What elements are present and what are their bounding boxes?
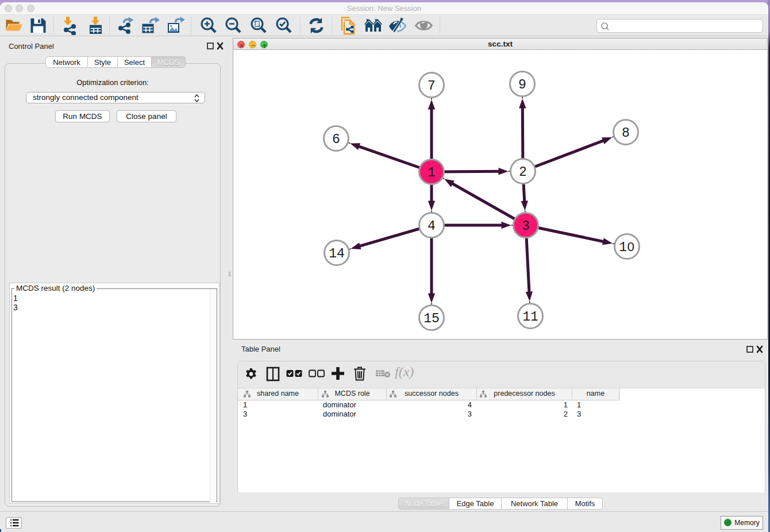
svg-text:11: 11	[522, 310, 538, 325]
svg-text:9: 9	[518, 78, 526, 92]
svg-text:15: 15	[424, 311, 440, 326]
svg-text:7: 7	[428, 79, 436, 94]
svg-text:6: 6	[332, 132, 340, 147]
svg-text:14: 14	[329, 246, 345, 261]
svg-text:8: 8	[622, 126, 630, 141]
svg-text:1: 1	[619, 240, 627, 255]
svg-text:0: 0	[627, 240, 635, 254]
svg-text:3: 3	[522, 219, 530, 234]
svg-text:1: 1	[428, 165, 436, 180]
svg-text:2: 2	[519, 165, 527, 180]
svg-text:4: 4	[428, 219, 436, 234]
